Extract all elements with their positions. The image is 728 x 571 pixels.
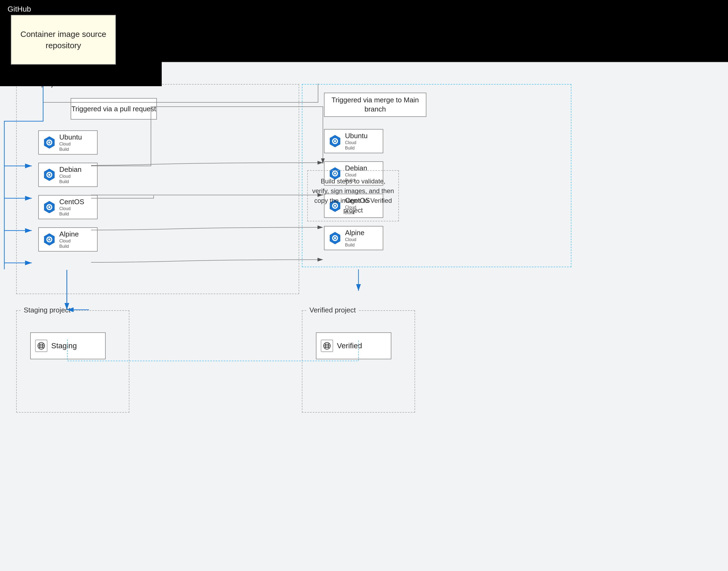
pr-trigger-text: Triggered via a pull request <box>71 105 156 113</box>
build-project: Build project Triggered via a pull reque… <box>16 84 299 294</box>
svg-point-4 <box>48 141 51 143</box>
svg-point-16 <box>334 140 336 142</box>
github-label: GitHub <box>8 5 31 13</box>
cloud-build-icon <box>42 168 56 182</box>
centos-left-sublabel: CloudBuild <box>59 206 84 216</box>
centos-left-label: CentOS <box>59 198 84 206</box>
cloud-build-icon <box>328 231 342 245</box>
cb-ubuntu-right: Ubuntu CloudBuild <box>324 129 383 153</box>
svg-point-10 <box>48 206 51 208</box>
merge-trigger-box: Triggered via merge to Main branch <box>324 93 427 117</box>
alpine-left-sublabel: CloudBuild <box>59 238 79 249</box>
build-steps-box: Build steps to validate, verify, sign im… <box>307 170 399 221</box>
svg-point-7 <box>48 174 51 176</box>
svg-point-13 <box>48 238 51 240</box>
gcp-section: G Google Cloud Platform Build project Tr… <box>0 62 728 571</box>
svg-point-30 <box>39 343 40 345</box>
github-box-text: Container image source repository <box>11 26 115 54</box>
cloud-build-icon <box>42 136 56 149</box>
staging-project-label: Staging project <box>21 306 73 314</box>
svg-point-31 <box>42 343 44 345</box>
debian-left-label: Debian <box>59 165 81 174</box>
staging-label: Staging <box>51 342 77 350</box>
svg-point-41 <box>328 347 329 348</box>
ubuntu-right-label: Ubuntu <box>345 132 368 140</box>
build-steps-text: Build steps to validate, verify, sign im… <box>312 177 394 215</box>
cb-debian-left: Debian CloudBuild <box>38 163 98 187</box>
svg-point-40 <box>325 347 326 348</box>
verified-project: Verified project Verified <box>302 310 415 413</box>
github-box: Container image source repository <box>11 15 116 65</box>
verified-project-label: Verified project <box>307 306 358 314</box>
merge-trigger-text: Triggered via merge to Main branch <box>325 96 426 114</box>
ubuntu-left-sublabel: CloudBuild <box>59 141 82 152</box>
cb-ubuntu-left: Ubuntu CloudBuild <box>38 130 98 154</box>
github-section: GitHub Container image source repository <box>0 0 162 86</box>
debian-left-sublabel: CloudBuild <box>59 174 81 184</box>
staging-box: Staging <box>30 332 106 359</box>
cloud-build-icon <box>42 200 56 214</box>
svg-point-32 <box>39 347 40 348</box>
alpine-right-label: Alpine <box>345 229 364 237</box>
svg-point-25 <box>334 237 336 239</box>
cloud-build-icon <box>328 134 342 148</box>
ubuntu-left-label: Ubuntu <box>59 133 82 141</box>
artifact-registry-icon-verified <box>320 339 334 353</box>
cloud-build-icon <box>42 233 56 246</box>
verified-label: Verified <box>337 342 362 350</box>
cb-alpine-right: Alpine CloudBuild <box>324 226 383 250</box>
cb-centos-left: CentOS CloudBuild <box>38 195 98 219</box>
svg-point-38 <box>325 343 326 345</box>
svg-point-39 <box>328 343 329 345</box>
staging-project: Staging project Staging <box>16 310 129 413</box>
artifact-registry-icon <box>34 339 48 353</box>
alpine-left-label: Alpine <box>59 230 79 238</box>
pr-trigger-box: Triggered via a pull request <box>71 98 157 120</box>
verified-box: Verified <box>316 332 391 359</box>
cb-alpine-left: Alpine CloudBuild <box>38 227 98 251</box>
svg-point-33 <box>42 347 44 348</box>
